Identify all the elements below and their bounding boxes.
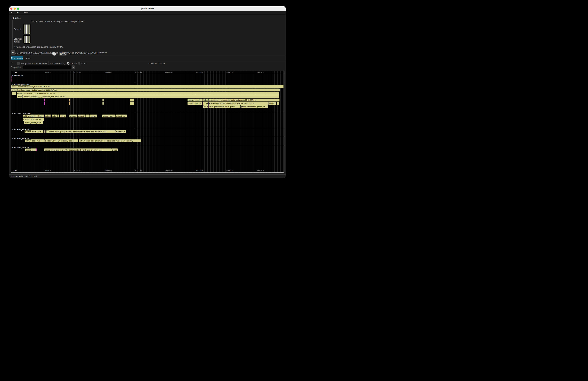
scope-bar[interactable]: extract::data_from_ob bbox=[23, 118, 44, 121]
scope-bar[interactable]: receive_typed_ bbox=[188, 99, 202, 102]
scope-bar-small[interactable] bbox=[12, 95, 12, 98]
scope-bar-small[interactable] bbox=[11, 79, 12, 82]
scope-bar[interactable]: extract_wo bbox=[115, 114, 127, 118]
scope-bar[interactable]: extract_ bbox=[78, 114, 85, 118]
scope-bar-small[interactable] bbox=[44, 130, 45, 133]
recent-frames-thumbnail[interactable] bbox=[23, 24, 31, 34]
scope-bar[interactable]: index bbox=[203, 102, 208, 105]
thread-header[interactable]: ▼indexing-thread:1 bbox=[12, 128, 31, 130]
thread-separator bbox=[11, 112, 284, 112]
scope-filter-input[interactable] bbox=[23, 65, 71, 69]
scope-bar[interactable]: IndexScheduler>::apply_index_operation 8… bbox=[11, 88, 280, 91]
scope-bar[interactable]: extract_word bbox=[102, 114, 115, 118]
play-divider bbox=[17, 50, 18, 55]
scope-bar[interactable]: Word bbox=[203, 105, 208, 108]
scope-bar-small[interactable] bbox=[44, 114, 45, 118]
tab-flamegraph[interactable]: Flamegraph bbox=[11, 56, 23, 60]
clear-button[interactable]: Clear bbox=[14, 40, 20, 43]
scope-bar[interactable]: split_grenad_by_chun bbox=[23, 114, 44, 118]
axis-tick-label: 1000 ms bbox=[43, 169, 51, 171]
tab-stats[interactable]: Stats bbox=[25, 57, 30, 60]
theme-sun-icon[interactable]: ✳ bbox=[11, 11, 12, 14]
scope-bar-small[interactable] bbox=[36, 148, 37, 151]
thread-header[interactable]: ▼batch-operation bbox=[12, 83, 30, 85]
sort-by-time-radio[interactable] bbox=[67, 62, 69, 65]
scope-bar[interactable]: extrac bbox=[111, 148, 118, 151]
scope-bar[interactable]: word_prefix::index_word_prefix_ bbox=[209, 105, 240, 108]
scope-bar[interactable]: extract_docid_word bbox=[24, 130, 44, 133]
frame-bar[interactable] bbox=[27, 36, 28, 43]
scope-bar-small[interactable] bbox=[102, 99, 104, 102]
scope-bar[interactable]: prefix_word::index_prefix_wo bbox=[240, 105, 268, 108]
scope-bar-small[interactable] bbox=[12, 92, 17, 95]
scope-bar-small[interactable] bbox=[45, 130, 46, 133]
thread-header[interactable]: ▼indexing-thread:2 bbox=[12, 146, 31, 149]
frame-bar[interactable] bbox=[24, 36, 25, 43]
scope-bar[interactable]: extract_wo bbox=[115, 130, 126, 133]
scope-bar-small[interactable] bbox=[69, 102, 70, 105]
frame-bar[interactable] bbox=[29, 24, 30, 34]
scope-bar-small[interactable] bbox=[277, 102, 279, 105]
visible-threads-header[interactable]: ▶ Visible Threads bbox=[149, 62, 166, 65]
scope-bar-small[interactable] bbox=[44, 99, 45, 102]
scope-bar[interactable]: extract_docid_word bbox=[25, 139, 44, 142]
scope-filter-clear-button[interactable]: x bbox=[72, 65, 75, 69]
scope-bar-small[interactable] bbox=[48, 102, 48, 105]
sort-by-time-label[interactable]: Time bbox=[70, 62, 75, 65]
thread-header[interactable]: ▼indexing-thread:3 bbox=[12, 137, 31, 140]
scope-bar[interactable]: IndexDocuments<_, _>::execute 8656.677 m… bbox=[17, 92, 279, 95]
scope-bar[interactable]: extract bbox=[45, 114, 51, 118]
frame-bar[interactable] bbox=[25, 24, 27, 34]
sort-direction-down-icon[interactable]: ⬇ bbox=[75, 62, 77, 64]
scope-bar[interactable]: Trans bbox=[17, 95, 23, 98]
flamegraph-canvas[interactable]: 0 ms1000 ms2000 ms3000 ms4000 ms5000 ms6… bbox=[11, 71, 284, 172]
thread-header[interactable]: ▼indexing-thread:0 bbox=[12, 112, 31, 115]
scope-bar-small[interactable] bbox=[102, 102, 104, 105]
axis-tick-label: 4000 ms bbox=[135, 169, 142, 171]
scope-bar[interactable]: PrefixWordPairsProximityDocids::execute … bbox=[209, 102, 268, 105]
frame-bar[interactable] bbox=[29, 36, 30, 43]
scope-bar-small[interactable] bbox=[46, 130, 48, 133]
sort-by-name-radio[interactable] bbox=[78, 62, 80, 65]
frame-bar[interactable] bbox=[25, 36, 27, 43]
merge-children-checkbox[interactable] bbox=[17, 62, 20, 65]
help-button[interactable]: ? bbox=[11, 62, 12, 65]
scope-bar[interactable]: WordPr bbox=[268, 102, 276, 105]
menu-view[interactable]: View bbox=[23, 11, 28, 14]
scope-bar[interactable]: extract_word_pair_proximity_docids bbox=[44, 139, 78, 142]
merge-children-label[interactable]: Merge children with same ID bbox=[21, 62, 48, 65]
play-button[interactable]: ▶ bbox=[11, 50, 15, 55]
scope-bar[interactable]: extract bbox=[90, 114, 97, 118]
scope-bar[interactable]: extract_doc bbox=[25, 148, 36, 151]
scope-bar[interactable]: IndexDocuments<_, _>::execute_raw 8459.1… bbox=[23, 95, 279, 98]
scope-bar[interactable]: extract_word_pair_proximity_docids::extr… bbox=[44, 148, 111, 151]
scope-bar[interactable]: extract_word_pair_proximity_docids::extr… bbox=[79, 139, 141, 142]
scope-bar[interactable]: extrac bbox=[60, 114, 66, 118]
scope-bar[interactable]: IndexScheduler>::process_batch 8953.821 … bbox=[11, 85, 284, 88]
scope-filter-label: Scope filter: bbox=[11, 66, 22, 68]
scope-bar-small[interactable] bbox=[130, 102, 134, 105]
slowest-frames-thumbnail[interactable] bbox=[23, 35, 31, 44]
frame-bar[interactable] bbox=[27, 24, 28, 34]
frame-bar[interactable] bbox=[24, 24, 25, 34]
thread-header[interactable]: ▼scheduler bbox=[12, 74, 24, 77]
scope-bar[interactable]: extract_docid_word bbox=[24, 121, 43, 124]
frames-section-header[interactable]: ▼ Frames bbox=[11, 17, 21, 19]
showing-frame-text: Showing frame #2, 8957.4 ms, 7 threads, … bbox=[20, 51, 107, 54]
scope-bar[interactable]: IndexDocuments<_, _>::execute_prefix_dat… bbox=[202, 99, 280, 102]
menu-file[interactable]: File bbox=[17, 11, 20, 14]
scope-bar-small[interactable] bbox=[69, 99, 70, 102]
scope-bar-small[interactable] bbox=[57, 114, 59, 118]
axis-tick-label: 5000 ms bbox=[165, 169, 173, 171]
scope-bar[interactable]: extra bbox=[52, 114, 57, 118]
thread-name: indexing-thread:1 bbox=[14, 128, 31, 130]
scope-bar[interactable]: typed_chunk::w bbox=[188, 102, 202, 105]
sort-by-name-label[interactable]: Name bbox=[81, 62, 87, 65]
scope-bar[interactable]: extract_ bbox=[69, 114, 77, 118]
scope-bar[interactable]: extract_word_pair_proximity_docids::extr… bbox=[48, 130, 115, 133]
scope-bar-small[interactable] bbox=[86, 114, 90, 118]
scope-bar-small[interactable] bbox=[44, 102, 45, 105]
scope-bar-small[interactable] bbox=[130, 99, 134, 102]
axis-tick-label: 0 ms bbox=[13, 169, 17, 171]
scope-bar-small[interactable] bbox=[48, 99, 48, 102]
